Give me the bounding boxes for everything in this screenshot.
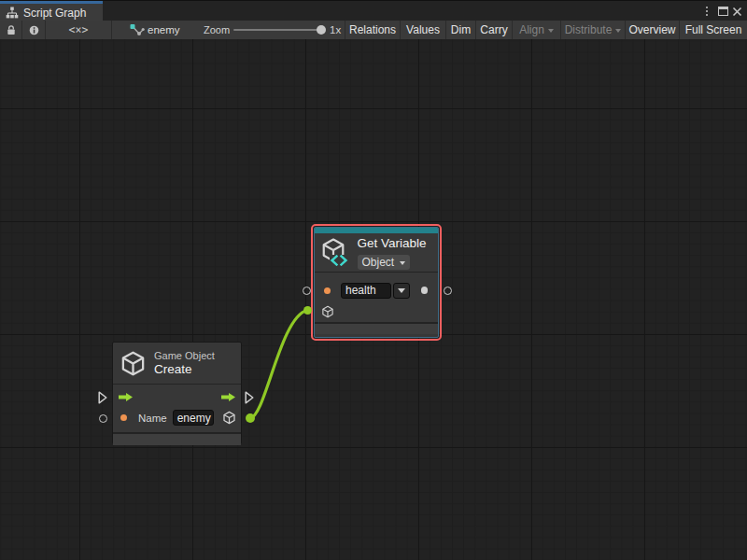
get-variable-left-port-circle[interactable] bbox=[303, 287, 311, 295]
toolbar-button-label-align: Align bbox=[519, 23, 544, 36]
node-get-variable-selection: Get Variable Object health bbox=[311, 224, 442, 341]
toolbar-button-distribute[interactable]: Distribute bbox=[561, 21, 626, 39]
zoom-label: Zoom bbox=[204, 24, 230, 35]
graph-canvas[interactable]: Game Object Create Name enemy bbox=[0, 39, 747, 560]
toolbar-button-overview[interactable]: Overview bbox=[626, 21, 680, 39]
code-preview-button[interactable]: <×> bbox=[46, 21, 112, 39]
toolbar-button-values[interactable]: Values bbox=[401, 21, 446, 39]
get-variable-connection-dot[interactable] bbox=[303, 306, 312, 315]
info-icon bbox=[29, 25, 39, 35]
dropdown-triangle-icon bbox=[398, 288, 405, 293]
node-create[interactable]: Game Object Create Name enemy bbox=[112, 342, 242, 444]
graph-toolbar: <×> enemy Zoom 1x Relations bbox=[0, 21, 747, 39]
gameobject-input-icon[interactable] bbox=[321, 305, 334, 318]
graph-hierarchy-icon bbox=[6, 7, 19, 19]
toolbar-button-align[interactable]: Align bbox=[513, 21, 561, 39]
lock-icon bbox=[7, 25, 16, 35]
toolbar-button-label-dim: Dim bbox=[451, 23, 471, 36]
create-node-header: Game Object Create bbox=[113, 343, 241, 384]
zoom-value: 1x bbox=[330, 24, 341, 35]
variable-name-dropdown[interactable] bbox=[393, 283, 410, 299]
toolbar-button-full-screen[interactable]: Full Screen bbox=[680, 21, 747, 39]
maximize-icon bbox=[718, 7, 728, 16]
script-graph-asset-icon bbox=[130, 24, 145, 36]
node-title: Get Variable bbox=[358, 236, 427, 251]
toolbar-button-carry[interactable]: Carry bbox=[476, 21, 513, 39]
create-flow-in-triangle[interactable] bbox=[98, 391, 107, 404]
flow-out-arrow-icon[interactable] bbox=[221, 393, 235, 401]
graph-reference-label: enemy bbox=[148, 24, 180, 35]
name-value-field[interactable]: enemy bbox=[173, 410, 215, 426]
toolbar-button-label-full-screen: Full Screen bbox=[685, 23, 742, 36]
toolbar-button-label-carry: Carry bbox=[480, 23, 507, 36]
node-get-variable[interactable]: Get Variable Object health bbox=[314, 227, 439, 338]
gameobject-cube-icon bbox=[120, 350, 147, 377]
window-menu-button[interactable] bbox=[701, 1, 712, 21]
create-node-footer bbox=[113, 433, 241, 445]
scope-dropdown-label: Object bbox=[362, 256, 395, 269]
create-name-port-circle[interactable] bbox=[99, 414, 107, 423]
toolbar-button-label-overview: Overview bbox=[628, 23, 675, 36]
value-output-port[interactable] bbox=[421, 287, 429, 294]
create-flow-out-triangle[interactable] bbox=[245, 391, 254, 404]
node-subtitle: Game Object bbox=[154, 350, 215, 362]
node-title: Create bbox=[154, 362, 215, 377]
chevron-down-icon bbox=[615, 29, 621, 33]
name-port-label: Name bbox=[138, 413, 167, 424]
window-maximize-button[interactable] bbox=[717, 1, 729, 21]
get-variable-icon-group bbox=[320, 237, 348, 267]
tab-script-graph[interactable]: Script Graph bbox=[0, 1, 103, 21]
scope-dropdown[interactable]: Object bbox=[358, 255, 410, 270]
gameobject-output-icon[interactable] bbox=[222, 411, 236, 425]
get-variable-right-port-circle[interactable] bbox=[444, 287, 452, 295]
close-icon bbox=[732, 7, 742, 17]
zoom-slider[interactable] bbox=[233, 29, 321, 31]
kebab-menu-icon bbox=[706, 7, 708, 16]
toolbar-button-label-relations: Relations bbox=[349, 23, 396, 36]
chevron-down-icon bbox=[548, 29, 554, 33]
variable-name-field[interactable]: health bbox=[341, 283, 391, 299]
tab-bar: Script Graph bbox=[0, 0, 747, 21]
toolbar-button-relations[interactable]: Relations bbox=[345, 21, 401, 39]
window-close-button[interactable] bbox=[732, 1, 743, 21]
zoom-slider-handle[interactable] bbox=[317, 25, 326, 35]
flow-in-arrow-icon[interactable] bbox=[119, 393, 133, 401]
variable-name-port[interactable] bbox=[324, 287, 331, 294]
script-graph-window: Script Graph bbox=[0, 0, 747, 560]
get-variable-ports: health bbox=[315, 273, 438, 322]
name-input-port[interactable] bbox=[120, 414, 127, 421]
lock-button[interactable] bbox=[0, 21, 22, 39]
create-connection-dot[interactable] bbox=[246, 413, 255, 423]
get-variable-header: Get Variable Object bbox=[315, 233, 438, 272]
toolbar-button-label-values: Values bbox=[406, 23, 440, 36]
info-button[interactable] bbox=[22, 21, 46, 39]
toolbar-button-label-distribute: Distribute bbox=[565, 23, 613, 36]
tab-label: Script Graph bbox=[23, 7, 86, 20]
toolbar-button-dim[interactable]: Dim bbox=[446, 21, 476, 39]
code-preview-icon: <×> bbox=[69, 23, 89, 36]
graph-reference-zone: enemy Zoom 1x bbox=[112, 21, 345, 39]
variable-angle-brackets-icon bbox=[330, 255, 348, 266]
create-node-ports: Name enemy bbox=[113, 385, 241, 432]
chevron-down-icon bbox=[400, 261, 405, 265]
